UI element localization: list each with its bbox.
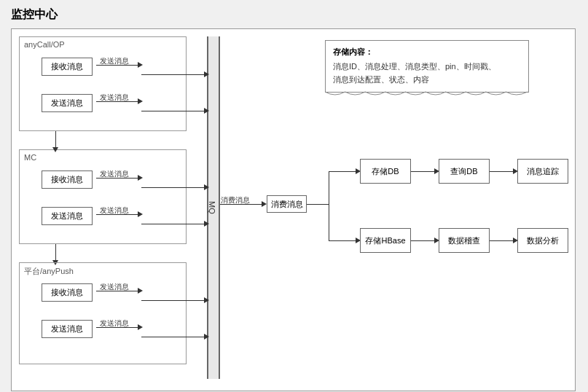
platform-recv-btn[interactable]: 接收消息 — [42, 283, 93, 302]
platform-system-box: 平台/anyPush 接收消息 发送消息 发送消息 发送消息 — [19, 262, 187, 364]
to-bus-anycall-send — [141, 111, 207, 111]
page-container: 监控中心 anyCall/OP 接收消息 发送消息 发送消息 发送消息 MC 接… — [0, 0, 588, 392]
anycall-send-arrowhead — [138, 98, 143, 104]
platform-send-btn[interactable]: 发送消息 — [42, 320, 93, 338]
platform-label: 平台/anyPush — [24, 266, 74, 277]
mc-send-arrowhead — [138, 211, 143, 217]
data-audit-box: 数据稽查 — [439, 228, 490, 253]
anycall-system-box: anyCall/OP 接收消息 发送消息 发送消息 发送消息 — [19, 36, 187, 131]
to-bus-anycall-send-arrow — [204, 108, 209, 114]
split-vertical — [329, 171, 329, 240]
mc-send-arrow-label: 发送消息 — [100, 205, 129, 216]
to-bus-platform-send-arrow — [204, 334, 209, 340]
storage-to-query — [411, 171, 436, 172]
to-bus-platform-send — [141, 337, 207, 337]
note-content: 消息ID、消息处理、消息类型、pin、时间戳、消息到达配置、状态、内容 — [333, 60, 521, 86]
to-bus-platform-recv-arrow — [204, 297, 209, 303]
consume-to-split — [307, 204, 329, 205]
anycall-recv-arrowhead — [138, 62, 143, 68]
mc-send-btn[interactable]: 发送消息 — [42, 207, 93, 225]
anycall-send-btn[interactable]: 发送消息 — [42, 94, 93, 112]
to-bus-mc-recv-arrow — [204, 184, 209, 190]
platform-send-arrowhead — [138, 324, 143, 330]
message-trace-box: 消息追踪 — [517, 159, 568, 184]
anycall-label: anyCall/OP — [24, 40, 65, 49]
storage-hbase-box: 存储HBase — [360, 228, 411, 253]
to-storage-db — [329, 171, 358, 172]
storage-db-box: 存储DB — [360, 159, 411, 184]
mq-label: MQ — [208, 201, 216, 214]
consume-label: 消费消息 — [221, 195, 250, 205]
anycall-recv-btn[interactable]: 接收消息 — [42, 58, 93, 76]
mc-label: MC — [24, 153, 36, 162]
to-bus-mc-send — [141, 224, 207, 224]
platform-recv-arrowhead — [138, 288, 143, 294]
mc-system-box: MC 接收消息 发送消息 发送消息 发送消息 — [19, 149, 187, 244]
to-storage-hbase — [329, 240, 358, 241]
to-bus-mc-send-arrow — [204, 221, 209, 227]
mc-recv-btn[interactable]: 接收消息 — [42, 170, 93, 189]
mc-recv-arrow-label: 发送消息 — [100, 169, 129, 179]
consume-box: 消费消息 — [267, 195, 307, 213]
to-bus-platform-recv — [141, 300, 207, 301]
down-arrow-1 — [52, 147, 58, 152]
query-db-box: 查询DB — [439, 159, 490, 184]
consume-box-text: 消费消息 — [271, 199, 303, 210]
hbase-to-audit — [411, 240, 436, 241]
data-analysis-box: 数据分析 — [517, 228, 568, 253]
anycall-send-arrow-label: 发送消息 — [100, 93, 129, 103]
main-diagram: anyCall/OP 接收消息 发送消息 发送消息 发送消息 MC 接收消息 发… — [11, 28, 576, 391]
to-bus-anycall-recv — [141, 74, 207, 75]
anycall-recv-arrow-label: 发送消息 — [100, 56, 129, 66]
audit-to-analysis — [490, 240, 515, 241]
platform-recv-arrow-label: 发送消息 — [100, 282, 129, 292]
query-to-trace — [490, 171, 515, 172]
platform-send-arrow-label: 发送消息 — [100, 318, 129, 329]
note-box: 存储内容： 消息ID、消息处理、消息类型、pin、时间戳、消息到达配置、状态、内… — [325, 40, 529, 93]
to-bus-mc-recv — [141, 187, 207, 188]
bus-to-consume-arrow — [262, 201, 267, 207]
mc-recv-arrowhead — [138, 175, 143, 181]
note-title: 存储内容： — [333, 47, 521, 58]
to-bus-anycall-recv-arrow — [204, 71, 209, 77]
note-wave — [325, 90, 528, 99]
page-title: 监控中心 — [11, 7, 577, 23]
